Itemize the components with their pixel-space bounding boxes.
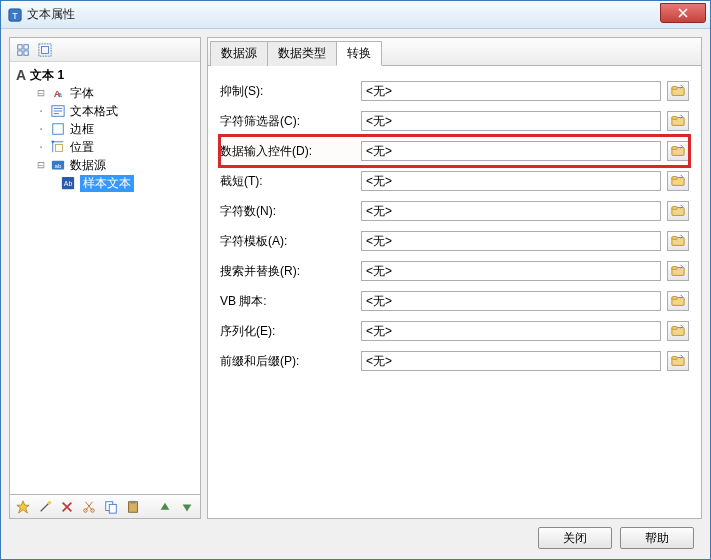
field-browse-button[interactable] — [667, 111, 689, 131]
group-icon[interactable] — [36, 41, 54, 59]
field-browse-button[interactable] — [667, 171, 689, 191]
svg-rect-39 — [672, 177, 677, 180]
tab-bar: 数据源 数据类型 转换 — [208, 38, 701, 66]
wand-icon[interactable] — [36, 498, 54, 516]
tree-item-sample-text[interactable]: Ab 样本文本 — [12, 174, 198, 192]
tree-root[interactable]: A 文本 1 — [12, 66, 198, 84]
svg-text:Ab: Ab — [64, 180, 73, 187]
left-panel: A 文本 1 ⊟ Aa 字体 · 文本格式 — [9, 37, 201, 519]
field-browse-button[interactable] — [667, 141, 689, 161]
tab-transform[interactable]: 转换 — [336, 41, 382, 66]
dialog-body: A 文本 1 ⊟ Aa 字体 · 文本格式 — [1, 29, 710, 559]
form-row: 字符筛选器(C): — [220, 106, 689, 136]
datasource-icon: ab — [50, 157, 66, 173]
field-input[interactable] — [361, 231, 661, 251]
field-browse-button[interactable] — [667, 231, 689, 251]
field-label: 序列化(E): — [220, 323, 355, 340]
right-panel: 数据源 数据类型 转换 抑制(S):字符筛选器(C):数据输入控件(D):截短(… — [207, 37, 702, 519]
tree-item-text-format[interactable]: · 文本格式 — [12, 102, 198, 120]
form-row: 字符数(N): — [220, 196, 689, 226]
window-close-button[interactable] — [660, 3, 706, 23]
delete-icon[interactable] — [58, 498, 76, 516]
left-toolbar-top — [10, 38, 200, 62]
form-row: 抑制(S): — [220, 76, 689, 106]
field-browse-button[interactable] — [667, 351, 689, 371]
tree-item-label: 样本文本 — [80, 175, 134, 192]
field-browse-button[interactable] — [667, 321, 689, 341]
titlebar: T 文本属性 — [1, 1, 710, 29]
cut-icon[interactable] — [80, 498, 98, 516]
svg-rect-29 — [130, 500, 135, 503]
field-label: VB 脚本: — [220, 293, 355, 310]
form-row: 截短(T): — [220, 166, 689, 196]
field-input[interactable] — [361, 351, 661, 371]
field-input[interactable] — [361, 141, 661, 161]
dialog-window: T 文本属性 — [0, 0, 711, 560]
svg-rect-14 — [53, 124, 64, 135]
field-browse-button[interactable] — [667, 201, 689, 221]
tree-item-border[interactable]: · 边框 — [12, 120, 198, 138]
svg-rect-51 — [672, 357, 677, 360]
tree-root-label: 文本 1 — [30, 67, 64, 84]
tab-label: 数据源 — [221, 46, 257, 60]
svg-rect-6 — [39, 43, 51, 55]
tree-item-position[interactable]: · 位置 — [12, 138, 198, 156]
sample-text-icon: Ab — [60, 175, 76, 191]
svg-marker-30 — [161, 502, 170, 509]
object-tree[interactable]: A 文本 1 ⊟ Aa 字体 · 文本格式 — [10, 62, 200, 494]
svg-rect-45 — [672, 267, 677, 270]
svg-rect-4 — [18, 50, 22, 54]
field-input[interactable] — [361, 81, 661, 101]
field-browse-button[interactable] — [667, 291, 689, 311]
tree-item-font[interactable]: ⊟ Aa 字体 — [12, 84, 198, 102]
svg-rect-27 — [109, 504, 116, 513]
field-browse-button[interactable] — [667, 81, 689, 101]
form-row: 搜索并替换(R): — [220, 256, 689, 286]
svg-marker-21 — [17, 500, 29, 512]
field-browse-button[interactable] — [667, 261, 689, 281]
close-button[interactable]: 关闭 — [538, 527, 612, 549]
copy-icon[interactable] — [102, 498, 120, 516]
move-down-icon[interactable] — [178, 498, 196, 516]
svg-point-23 — [48, 500, 52, 504]
field-label: 抑制(S): — [220, 83, 355, 100]
svg-point-15 — [51, 140, 54, 143]
font-icon: Aa — [50, 85, 66, 101]
svg-rect-16 — [55, 144, 62, 151]
field-input[interactable] — [361, 201, 661, 221]
left-toolbar-bottom — [9, 495, 201, 519]
form-area: 抑制(S):字符筛选器(C):数据输入控件(D):截短(T):字符数(N):字符… — [208, 66, 701, 518]
field-input[interactable] — [361, 261, 661, 281]
field-label: 前缀和后缀(P): — [220, 353, 355, 370]
form-row: 字符模板(A): — [220, 226, 689, 256]
tree-item-datasource[interactable]: ⊟ ab 数据源 — [12, 156, 198, 174]
form-row: 前缀和后缀(P): — [220, 346, 689, 376]
field-input[interactable] — [361, 321, 661, 341]
field-input[interactable] — [361, 291, 661, 311]
position-icon — [50, 139, 66, 155]
select-object-icon[interactable] — [14, 41, 32, 59]
form-row: VB 脚本: — [220, 286, 689, 316]
svg-rect-33 — [672, 87, 677, 90]
move-up-icon[interactable] — [156, 498, 174, 516]
panels: A 文本 1 ⊟ Aa 字体 · 文本格式 — [9, 37, 702, 519]
svg-rect-7 — [42, 46, 49, 53]
svg-text:a: a — [58, 91, 62, 98]
svg-rect-35 — [672, 117, 677, 120]
tab-datasource[interactable]: 数据源 — [210, 41, 268, 66]
help-button[interactable]: 帮助 — [620, 527, 694, 549]
dialog-footer: 关闭 帮助 — [9, 519, 702, 551]
field-input[interactable] — [361, 111, 661, 131]
svg-text:ab: ab — [55, 162, 62, 169]
tab-datatype[interactable]: 数据类型 — [267, 41, 337, 66]
svg-marker-31 — [183, 504, 192, 511]
svg-rect-49 — [672, 327, 677, 330]
svg-rect-37 — [672, 147, 677, 150]
window-title: 文本属性 — [27, 6, 660, 23]
svg-rect-5 — [24, 50, 28, 54]
svg-rect-2 — [18, 44, 22, 48]
format-icon — [50, 103, 66, 119]
paste-icon[interactable] — [124, 498, 142, 516]
new-icon[interactable] — [14, 498, 32, 516]
field-input[interactable] — [361, 171, 661, 191]
